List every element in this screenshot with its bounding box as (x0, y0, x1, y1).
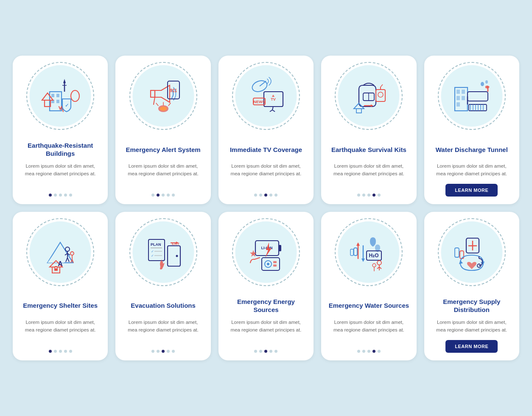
svg-text:!: ! (273, 95, 273, 97)
dot-2 (157, 350, 160, 353)
svg-rect-47 (456, 96, 460, 100)
svg-line-13 (154, 97, 155, 104)
card-title: Earthquake-Resistant Buildings (13, 141, 108, 158)
card-illustration: LI-ION (218, 212, 314, 292)
card-earthquake-buildings: ✓ Earthquake-Resistant Buildings Lorem i… (13, 56, 108, 204)
card-illustration: ✓ (13, 56, 108, 136)
dot-4 (372, 194, 375, 197)
card-energy-sources: LI-ION Emergency Energy Sources Lorem ip… (218, 212, 314, 360)
learn-more-button-1[interactable]: LEARN MORE (445, 184, 498, 197)
svg-rect-118 (455, 248, 459, 257)
dot-1 (151, 350, 154, 353)
card-title: Emergency Shelter Sites (17, 297, 104, 315)
dot-5 (378, 350, 381, 353)
card-title: Emergency Supply Distribution (424, 297, 519, 315)
water-tunnel-icon (444, 68, 499, 124)
dot-5 (69, 350, 72, 353)
svg-line-18 (156, 103, 158, 106)
dot-5 (172, 194, 175, 197)
card-dots (357, 350, 381, 353)
svg-text:A: A (58, 260, 63, 267)
card-body: Lorem ipsum dolor sit dim amet, mea regi… (321, 163, 416, 188)
dot-1 (49, 194, 52, 197)
svg-rect-1 (51, 94, 54, 97)
card-body: Lorem ipsum dolor sit dim amet, mea regi… (218, 319, 314, 344)
dot-2 (157, 194, 160, 197)
dot-2 (259, 350, 262, 353)
svg-marker-104 (361, 259, 365, 262)
svg-rect-46 (462, 90, 465, 94)
svg-marker-102 (356, 242, 360, 246)
survival-kits-icon (341, 68, 396, 124)
card-title: Emergency Water Sources (323, 297, 415, 315)
svg-point-87 (176, 255, 178, 257)
dot-5 (274, 194, 277, 197)
card-water-tunnel: Water Discharge Tunnel Lorem ipsum dolor… (424, 56, 519, 204)
earthquake-buildings-icon: ✓ (33, 68, 88, 124)
svg-text:✓: ✓ (65, 103, 69, 108)
evacuation-icon: PLAN ✓ ✓ EXIT (136, 225, 191, 280)
card-dots (254, 194, 277, 197)
svg-text:PLAN: PLAN (151, 242, 161, 247)
water-sources-icon: H₂O (341, 225, 396, 280)
card-survival-kits: Earthquake Survival Kits Lorem ipsum dol… (321, 56, 416, 204)
svg-rect-114 (350, 249, 353, 256)
svg-rect-48 (462, 96, 465, 100)
cards-grid: ✓ Earthquake-Resistant Buildings Lorem i… (13, 56, 519, 360)
dot-2 (54, 194, 57, 197)
card-illustration (321, 56, 416, 136)
dot-3 (162, 194, 165, 197)
card-illustration: 911 (115, 56, 210, 136)
dot-3 (264, 350, 267, 353)
card-shelter-sites: A Emergency Shelter Sites Lorem ipsum do… (13, 212, 108, 360)
svg-rect-36 (376, 90, 385, 101)
card-body: Lorem ipsum dolor sit dim amet, mea regi… (321, 319, 416, 344)
card-title: Emergency Alert System (120, 141, 206, 158)
card-body: Lorem ipsum dolor sit dim amet, mea regi… (424, 163, 519, 178)
dot-4 (372, 350, 375, 353)
svg-text:✓: ✓ (151, 254, 154, 258)
card-body: Lorem ipsum dolor sit dim amet, mea regi… (13, 319, 108, 344)
dot-3 (162, 350, 165, 353)
card-supply-distribution: Emergency Supply Distribution Lorem ipsu… (424, 212, 519, 360)
card-dots (151, 194, 175, 197)
svg-point-97 (267, 263, 269, 265)
learn-more-button-2[interactable]: LEARN MORE (445, 340, 498, 353)
svg-text:NEWS: NEWS (253, 100, 265, 104)
card-title: Water Discharge Tunnel (430, 141, 514, 158)
svg-point-73 (70, 252, 74, 255)
svg-rect-41 (356, 109, 361, 113)
dot-5 (69, 194, 72, 197)
svg-rect-50 (468, 92, 488, 101)
svg-rect-99 (273, 264, 277, 267)
card-dots (254, 350, 277, 353)
emergency-alert-icon: 911 (136, 68, 191, 124)
dot-2 (54, 350, 57, 353)
svg-point-61 (485, 80, 488, 84)
card-illustration (424, 212, 519, 292)
dot-2 (362, 194, 365, 197)
dot-5 (172, 350, 175, 353)
card-title: Immediate TV Coverage (224, 141, 308, 158)
svg-rect-51 (469, 104, 487, 111)
card-dots (49, 194, 72, 197)
dot-2 (362, 350, 365, 353)
dot-3 (59, 350, 62, 353)
card-title: Evacuation Solutions (125, 297, 202, 315)
svg-rect-12 (151, 90, 155, 97)
card-emergency-alert: 911 Emergency Alert System Lorem ipsum d… (115, 56, 210, 204)
card-body: Lorem ipsum dolor sit dim amet, mea regi… (13, 163, 108, 188)
dot-5 (378, 194, 381, 197)
dot-4 (64, 194, 67, 197)
svg-line-19 (168, 103, 171, 106)
tv-coverage-icon: TV NEWS ! (238, 68, 294, 124)
svg-rect-2 (56, 94, 59, 97)
svg-point-37 (378, 92, 383, 97)
svg-rect-98 (273, 261, 277, 263)
svg-line-30 (272, 107, 273, 110)
card-illustration: H₂O (321, 212, 416, 292)
svg-point-60 (481, 82, 484, 86)
dot-3 (367, 350, 370, 353)
dot-4 (269, 350, 272, 353)
dot-2 (259, 194, 262, 197)
